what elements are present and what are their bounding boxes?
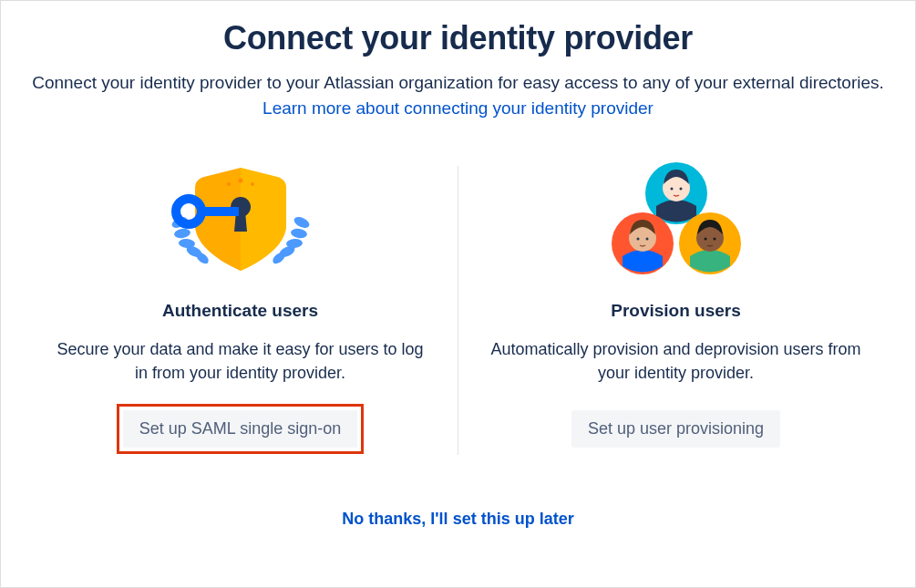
svg-point-26 [704,238,706,241]
setup-saml-button[interactable]: Set up SAML single sign-on [123,410,357,448]
provision-card: Provision users Automatically provision … [458,148,893,473]
svg-point-14 [176,199,201,224]
svg-point-10 [227,182,231,186]
svg-point-5 [292,215,311,231]
authenticate-desc: Secure your data and make it easy for us… [48,337,432,388]
authenticate-card: Authenticate users Secure your data and … [23,148,458,473]
option-cards-row: Authenticate users Secure your data and … [23,148,893,473]
svg-point-27 [713,238,715,241]
svg-point-23 [645,238,648,241]
skip-link[interactable]: No thanks, I'll set this up later [342,510,573,529]
authenticate-title: Authenticate users [162,301,318,321]
provision-desc: Automatically provision and deprovision … [484,337,868,388]
shield-key-icon [154,157,327,284]
svg-point-6 [290,228,307,240]
svg-point-22 [636,238,639,241]
page-subtitle: Connect your identity provider to your A… [30,70,887,120]
svg-point-18 [670,188,673,191]
svg-point-19 [679,188,682,191]
page-title: Connect your identity provider [223,19,693,57]
users-group-icon [599,157,754,284]
svg-point-12 [251,182,254,186]
provision-title: Provision users [611,301,741,321]
svg-point-11 [238,179,242,183]
subtitle-text: Connect your identity provider to your A… [32,73,884,92]
learn-more-link[interactable]: Learn more about connecting your identit… [262,98,654,118]
setup-provisioning-button[interactable]: Set up user provisioning [571,410,780,448]
svg-point-1 [173,228,190,240]
svg-rect-15 [198,207,239,216]
